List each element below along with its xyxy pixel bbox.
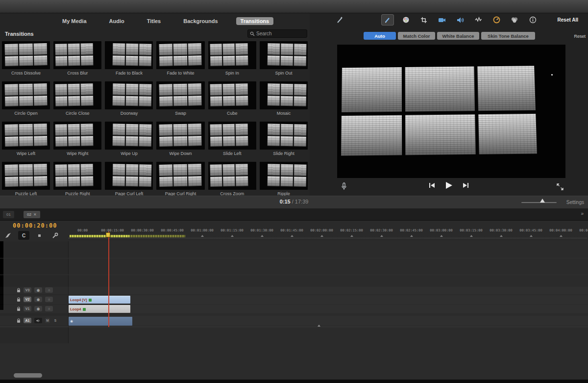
timeline-tab-bar: 01 02 ✕ » xyxy=(0,208,588,220)
transition-item[interactable]: Swap xyxy=(156,81,204,116)
tab-transitions[interactable]: Transitions xyxy=(236,17,274,25)
skin-tone-balance-button[interactable]: Skin Tone Balance xyxy=(481,32,535,40)
transition-item[interactable]: Cross Zoom xyxy=(208,162,256,196)
track-output-icon[interactable]: ○ xyxy=(45,287,53,293)
noise-reduction-icon[interactable] xyxy=(472,14,485,26)
track-solo-button[interactable]: S xyxy=(53,318,58,323)
transition-item[interactable]: Spin In xyxy=(208,41,256,76)
enhance-wand-icon[interactable] xyxy=(336,16,344,24)
transition-thumbnail xyxy=(156,81,204,109)
transition-item[interactable]: Fade to Black xyxy=(105,41,153,76)
viewer-panel: Reset All Auto Match Color White Balance… xyxy=(310,13,588,196)
clip-loop4-video-overlay[interactable]: Loop4 [V] xyxy=(69,296,130,304)
track-name-v3[interactable]: V3 xyxy=(24,287,31,293)
track-name-v2[interactable]: V2 xyxy=(24,297,31,302)
clip-info-icon[interactable] xyxy=(526,14,539,26)
white-balance-button[interactable]: White Balance xyxy=(437,32,479,40)
stabilization-icon[interactable] xyxy=(436,14,448,26)
transition-item[interactable]: Wipe Up xyxy=(105,122,153,156)
transition-thumbnail xyxy=(2,81,50,109)
transition-item[interactable]: Wipe Right xyxy=(53,122,101,156)
play-button[interactable] xyxy=(445,181,453,189)
transition-item[interactable]: Puzzle Left xyxy=(2,162,50,196)
transition-item[interactable]: Circle Open xyxy=(2,81,50,116)
transition-item[interactable]: Ripple xyxy=(260,162,308,196)
transition-thumbnail xyxy=(260,122,308,150)
transition-item[interactable]: Page Curl Right xyxy=(156,162,204,196)
clip-loop4-video[interactable]: Loop4 xyxy=(69,305,130,313)
transition-thumbnail xyxy=(260,81,308,109)
effects-icon[interactable] xyxy=(508,14,521,26)
transition-label: Fade to White xyxy=(156,71,204,76)
track-visibility-icon[interactable]: ◉ xyxy=(34,297,42,302)
horizontal-scrollbar[interactable] xyxy=(14,373,42,378)
reset-button[interactable]: Reset xyxy=(574,34,586,39)
search-input[interactable] xyxy=(256,31,300,36)
volume-icon[interactable] xyxy=(454,14,466,26)
crop-icon[interactable] xyxy=(417,14,430,26)
transition-item[interactable]: Doorway xyxy=(105,81,153,116)
ruler-tick: 00:04:00:00 xyxy=(546,225,576,237)
tab-backgrounds[interactable]: Backgrounds xyxy=(179,17,222,25)
transition-item[interactable]: Wipe Left xyxy=(2,122,50,156)
transition-item[interactable]: Puzzle Right xyxy=(53,162,101,196)
transition-item[interactable]: Wipe Down xyxy=(156,122,204,156)
search-box[interactable] xyxy=(247,29,307,38)
track-visibility-icon[interactable]: ◉ xyxy=(34,287,42,293)
track-name-v1[interactable]: V1 xyxy=(24,306,31,311)
transition-item[interactable]: Cross Dissolve xyxy=(2,41,50,76)
transition-item[interactable]: Slide Left xyxy=(208,122,256,156)
color-balance-icon[interactable] xyxy=(381,14,394,26)
transition-item[interactable]: Mosaic xyxy=(260,81,308,116)
lock-icon[interactable] xyxy=(17,297,21,302)
settings-button[interactable]: Settings xyxy=(566,200,584,205)
match-color-button[interactable]: Match Color xyxy=(398,32,435,40)
lock-icon[interactable] xyxy=(17,318,21,323)
speed-icon[interactable] xyxy=(490,14,503,26)
work-area-bar[interactable] xyxy=(70,235,185,237)
transition-item[interactable]: Page Curl Left xyxy=(105,162,153,196)
playhead-marker[interactable] xyxy=(106,232,110,237)
sequence-tab-2[interactable]: 02 ✕ xyxy=(24,211,40,218)
track-visibility-icon[interactable]: ◉ xyxy=(34,306,42,311)
tab-audio[interactable]: Audio xyxy=(105,17,129,25)
transition-label: Mosaic xyxy=(260,111,308,116)
transition-item[interactable]: Spin Out xyxy=(260,41,308,76)
transition-label: Cross Dissolve xyxy=(2,71,50,76)
track-name-a1[interactable]: A1 xyxy=(24,318,31,323)
current-time: 0:15 xyxy=(280,199,291,204)
clip-loop4-audio[interactable]: ◉ xyxy=(69,317,132,326)
track-mute-button[interactable]: M xyxy=(45,318,50,323)
sequence-tab-1[interactable]: 01 xyxy=(3,211,14,218)
skip-forward-button[interactable] xyxy=(463,182,469,188)
transition-item[interactable]: Slide Right xyxy=(260,122,308,156)
transition-item[interactable]: Circle Close xyxy=(53,81,101,116)
tab-overflow-icon[interactable]: » xyxy=(581,211,583,216)
color-correction-icon[interactable] xyxy=(399,14,412,26)
fullscreen-icon[interactable] xyxy=(557,183,564,190)
lock-icon[interactable] xyxy=(17,288,21,293)
auto-button[interactable]: Auto xyxy=(364,32,396,40)
close-tab-icon[interactable]: ✕ xyxy=(33,212,37,217)
transition-item[interactable]: Cross Blur xyxy=(53,41,101,76)
track-speaker-icon[interactable] xyxy=(34,318,42,323)
transition-item[interactable]: Cube xyxy=(208,81,256,116)
tab-titles[interactable]: Titles xyxy=(143,17,166,25)
lock-icon[interactable] xyxy=(17,306,21,311)
thumbnail-zoom-slider[interactable] xyxy=(521,202,557,203)
transitions-grid: Cross Dissolve Cross Blur Fade to Black xyxy=(2,41,308,196)
tab-my-media[interactable]: My Media xyxy=(58,17,91,25)
stop-tool-icon[interactable] xyxy=(34,231,45,240)
loop-tool-icon[interactable]: C xyxy=(18,231,29,240)
skip-back-button[interactable] xyxy=(429,182,435,188)
zoom-slider-thumb[interactable] xyxy=(540,199,545,203)
reset-all-button[interactable]: Reset All xyxy=(558,17,578,23)
transition-item[interactable]: Fade to White xyxy=(156,41,204,76)
wrench-tool-icon[interactable] xyxy=(49,231,61,240)
track-output-icon[interactable]: ○ xyxy=(45,297,53,302)
razor-tool-icon[interactable] xyxy=(2,231,14,240)
color-tools-bar: Auto Match Color White Balance Skin Tone… xyxy=(364,32,535,40)
transition-thumbnail xyxy=(260,162,308,190)
playhead-line[interactable] xyxy=(108,231,109,327)
track-output-icon[interactable]: ○ xyxy=(45,306,53,311)
